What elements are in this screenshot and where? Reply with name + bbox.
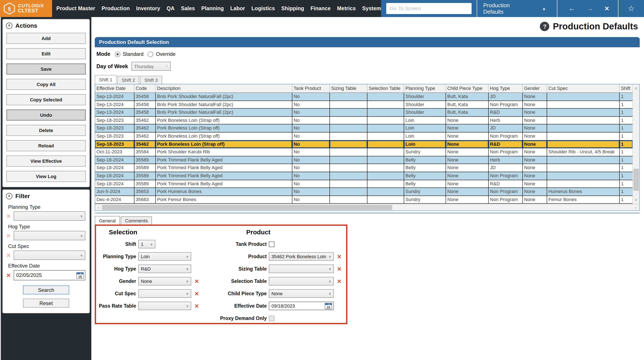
- menu-item-shipping[interactable]: Shipping: [281, 5, 304, 11]
- horizontal-scrollbar[interactable]: [95, 204, 639, 210]
- filter-cut-spec-select[interactable]: [14, 250, 85, 260]
- close-icon[interactable]: [604, 5, 609, 12]
- column-header-description[interactable]: Description: [156, 84, 292, 93]
- vertical-scrollbar[interactable]: [632, 84, 639, 204]
- cut-spec-select[interactable]: [138, 289, 191, 298]
- table-row[interactable]: Sep-18-202335462Pork Boneless Loin (Stra…: [95, 117, 639, 125]
- menu-item-sales[interactable]: Sales: [181, 5, 195, 11]
- radio-override[interactable]: [148, 51, 154, 57]
- column-header-gender[interactable]: Gender: [523, 84, 547, 93]
- proxy-demand-only-checkbox[interactable]: [269, 316, 274, 321]
- table-row[interactable]: Oct-11-202335584Pork Shoulder Karubi Rib…: [95, 148, 639, 156]
- filter-effective-date-input[interactable]: 02/05/2025 15: [14, 270, 85, 280]
- child-piece-type-select[interactable]: None: [269, 289, 334, 298]
- clear-effective-date-icon[interactable]: [6, 271, 12, 279]
- menu-item-labor[interactable]: Labor: [230, 5, 245, 11]
- app-logo[interactable]: CUTLOGIX CLTEST: [0, 0, 52, 17]
- tab-shift-2[interactable]: Shift 2: [117, 76, 139, 84]
- radio-standard[interactable]: [114, 51, 120, 57]
- menu-item-finance[interactable]: Finance: [310, 5, 331, 11]
- scroll-down-icon[interactable]: [633, 197, 639, 203]
- column-header-effective-date[interactable]: Effective Date: [95, 84, 134, 93]
- view-effective-button[interactable]: View Effective: [6, 156, 86, 167]
- gender-select[interactable]: None: [138, 277, 191, 285]
- clear-gender-icon[interactable]: [194, 277, 200, 285]
- table-row[interactable]: Sep-13-202435458Bnls Pork Shoulder Natur…: [95, 93, 639, 101]
- hog-type-select[interactable]: R&D: [138, 265, 191, 273]
- collapse-chevron-icon[interactable]: [6, 22, 12, 29]
- favorite-star-icon[interactable]: [628, 5, 644, 12]
- copy-selected-button[interactable]: Copy Selected: [6, 94, 86, 105]
- clear-cut-spec-icon[interactable]: [194, 290, 200, 297]
- menu-item-system[interactable]: System: [362, 5, 381, 11]
- product-select[interactable]: 35462 Pork Boneless Loin (S: [269, 252, 334, 261]
- menu-item-planning[interactable]: Planning: [201, 5, 224, 11]
- column-header-cut-spec[interactable]: Cut Spec: [547, 84, 620, 93]
- tab-general[interactable]: General: [95, 216, 120, 224]
- scroll-up-icon[interactable]: [633, 85, 639, 92]
- planning-type-select[interactable]: Loin: [138, 252, 191, 261]
- vertical-scroll-thumb[interactable]: [633, 169, 639, 191]
- filter-hog-type-select[interactable]: [14, 231, 85, 240]
- go-to-screen-input[interactable]: [386, 3, 472, 14]
- clear-cut-spec-icon[interactable]: [6, 251, 12, 259]
- search-button[interactable]: Search: [23, 285, 69, 294]
- column-header-child-piece-type[interactable]: Child Piece Type: [446, 84, 489, 93]
- table-row[interactable]: Dec-4-202435683Pork Femur BonesNoSundryN…: [95, 196, 639, 204]
- edit-button[interactable]: Edit: [6, 48, 86, 59]
- table-row[interactable]: Sep-18-202335462Pork Boneless Loin (Stra…: [95, 133, 639, 140]
- forward-arrow-icon[interactable]: [586, 5, 593, 12]
- column-header-shift[interactable]: Shift: [620, 84, 632, 93]
- undo-button[interactable]: Undo: [6, 110, 86, 121]
- filter-panel-header[interactable]: Filter: [2, 189, 90, 201]
- clear-product-icon[interactable]: [336, 253, 342, 260]
- table-row[interactable]: Sep-18-202435589Pork Trimmed Flank Belly…: [95, 156, 639, 164]
- reload-button[interactable]: Reload: [6, 140, 86, 151]
- filter-planning-type-select[interactable]: [14, 211, 85, 221]
- column-header-sizing-table[interactable]: Sizing Table: [330, 84, 368, 93]
- table-row[interactable]: Sep-18-202435589Pork Trimmed Flank Belly…: [95, 164, 639, 172]
- clear-sizing-table-icon[interactable]: [336, 265, 342, 273]
- reset-button[interactable]: Reset: [23, 299, 69, 308]
- scroll-right-icon[interactable]: [632, 204, 639, 210]
- actions-panel-header[interactable]: Actions: [2, 19, 90, 31]
- table-row[interactable]: Sep-18-202435589Pork Trimmed Flank Belly…: [95, 172, 639, 180]
- scroll-left-icon[interactable]: [95, 204, 102, 210]
- menu-item-metrics[interactable]: Metrics: [337, 5, 356, 11]
- table-row[interactable]: Sep-13-202435458Bnls Pork Shoulder Natur…: [95, 109, 639, 117]
- menu-item-qa[interactable]: QA: [166, 5, 174, 11]
- view-log-button[interactable]: View Log: [6, 171, 86, 182]
- table-row-selected[interactable]: Sep-18-202335462Pork Boneless Loin (Stra…: [95, 140, 639, 148]
- back-arrow-icon[interactable]: [568, 5, 575, 12]
- column-header-hog-type[interactable]: Hog Type: [489, 84, 523, 93]
- copy-all-button[interactable]: Copy All: [6, 79, 86, 90]
- column-header-planning-type[interactable]: Planning Type: [404, 84, 446, 93]
- sizing-table-select[interactable]: [269, 265, 334, 273]
- table-row[interactable]: Sep-13-202435458Bnls Pork Shoulder Natur…: [95, 101, 639, 109]
- tab-shift-3[interactable]: Shift 3: [140, 76, 162, 84]
- screen-selector[interactable]: Production Defaults: [477, 2, 552, 15]
- clear-selection-table-icon[interactable]: [336, 277, 342, 285]
- tab-shift-1[interactable]: Shift 1: [95, 75, 116, 84]
- clear-planning-type-icon[interactable]: [6, 212, 12, 220]
- table-row[interactable]: Sep-18-202335462Pork Boneless Loin (Stra…: [95, 125, 639, 133]
- save-button[interactable]: Save: [6, 63, 86, 75]
- collapse-chevron-icon[interactable]: [6, 193, 12, 199]
- menu-item-product-master[interactable]: Product Master: [56, 5, 95, 11]
- column-header-code[interactable]: Code: [134, 84, 156, 93]
- horizontal-scroll-thumb[interactable]: [102, 205, 392, 210]
- tab-comments[interactable]: Comments: [121, 216, 152, 224]
- calendar-icon[interactable]: 15: [76, 272, 84, 278]
- menu-item-production[interactable]: Production: [102, 5, 130, 11]
- table-row[interactable]: Jun-5-202435653Pork Humerus BonesNoSundr…: [95, 188, 639, 196]
- menu-item-inventory[interactable]: Inventory: [136, 5, 160, 11]
- tank-product-checkbox[interactable]: [269, 241, 274, 247]
- clear-pass-rate-table-icon[interactable]: [194, 302, 200, 310]
- shift-select[interactable]: 1: [138, 240, 155, 248]
- column-header-selection-table[interactable]: Selection Table: [368, 84, 404, 93]
- selection-table-select[interactable]: [269, 277, 334, 285]
- column-header-tank-product[interactable]: Tank Product: [292, 84, 330, 93]
- add-button[interactable]: Add: [6, 33, 86, 44]
- menu-item-logistics[interactable]: Logistics: [251, 5, 275, 11]
- calendar-icon[interactable]: 15: [325, 303, 332, 309]
